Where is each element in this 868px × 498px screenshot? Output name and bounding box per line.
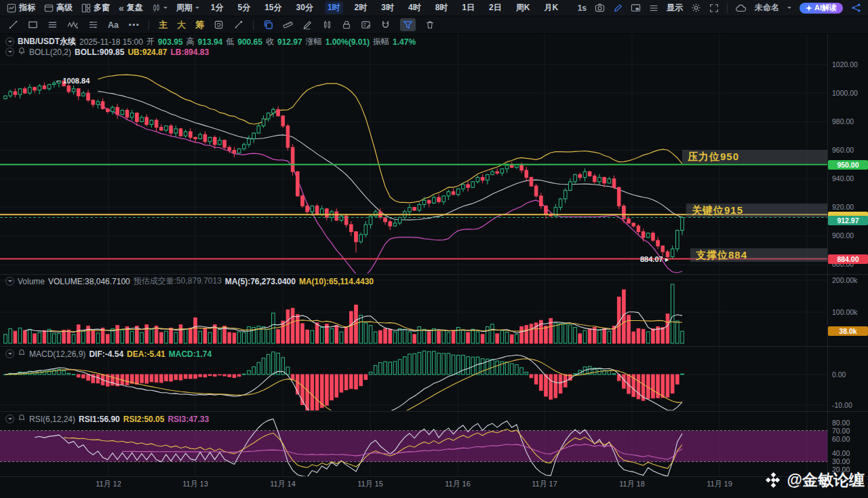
rectangle-tool-icon[interactable] [28,20,38,30]
collapse-chevron-icon[interactable] [5,349,14,358]
edit-pencil-icon[interactable] [613,3,623,13]
rsi3-value: RSI3:47.33 [167,415,209,424]
resistance-axis-badge: 950.00 [828,160,868,170]
svg-text:940.00: 940.00 [832,174,854,183]
template-form-tool-icon[interactable] [361,20,371,30]
ai-analysis-button[interactable]: AI解读 [800,3,843,14]
advanced-button[interactable]: 高级 [44,2,73,14]
multi-window-icon [81,3,91,13]
indicators-button[interactable]: 指标 [7,2,35,14]
replay-button[interactable]: « 复盘 [119,2,143,14]
parallel-lines-tool-icon[interactable] [47,20,58,30]
boll-lower-value: LB:894.83 [170,47,209,57]
watermark-text: @金敏论缠 [787,470,865,491]
gear-settings-icon[interactable] [691,3,701,13]
flip-chart-tool-icon[interactable] [214,20,224,30]
svg-text:11月 19: 11月 19 [707,480,732,488]
svg-text:1000.00: 1000.00 [832,89,858,97]
svg-text:100.00k: 100.00k [832,308,858,316]
period-dropdown[interactable]: 周期 [176,2,199,14]
timeframe-1d[interactable]: 1日 [459,1,477,14]
last-price-axis-badge: 912.97 [828,216,868,225]
change-value: 1.00%(9.01) [326,37,370,47]
more-tools-icon[interactable]: ⋯ [128,18,139,31]
alert-bell-icon[interactable] [18,349,26,359]
low-value: 900.65 [237,37,262,47]
share-icon[interactable] [851,3,861,13]
resolution-label[interactable]: 1s [578,3,587,13]
macd-name: MACD(12,26,9) [29,349,85,359]
amplitude-label: 振幅 [373,36,389,47]
delete-trash-icon[interactable] [425,20,435,30]
ai-analysis-label: AI解读 [814,3,837,13]
rsi2-value: RSI2:50.05 [123,415,165,424]
wave-tool-icon[interactable] [67,20,79,30]
macd-dea-value: DEA:-5.41 [127,349,165,359]
trendline-tool-icon[interactable] [8,20,18,30]
macd-header: MACD(12,26,9) DIF:-4.54 DEA:-5.41 MACD:1… [5,349,212,359]
lock-tool-icon[interactable] [342,20,351,30]
collapse-chevron-icon[interactable] [5,47,14,56]
brush-tool-icon[interactable] [233,20,243,30]
svg-text:0.00: 0.00 [832,370,846,379]
large-view-toggle[interactable]: 大 [177,19,186,31]
display-button[interactable]: 显示 [667,2,683,14]
ruler-tool-icon[interactable] [283,20,293,30]
text-tool[interactable]: Aa [108,20,119,30]
svg-text:40.00: 40.00 [832,449,850,457]
svg-text:11月 15: 11月 15 [357,480,383,488]
layout-name-label[interactable]: 未命名 [755,2,779,14]
copy-tool-icon[interactable] [263,20,273,30]
screenshot-camera-icon[interactable] [595,3,605,13]
timeframe-3h[interactable]: 3时 [378,1,397,14]
open-label: 开 [146,36,155,47]
timeframe-2d[interactable]: 2日 [486,1,505,14]
filter-tool-icon-active[interactable] [400,18,416,31]
timeframe-5m[interactable]: 5分 [235,1,253,14]
timeframe-8h[interactable]: 8时 [433,1,451,14]
collapse-chevron-icon[interactable] [5,37,14,46]
support-annotation: 支撑位884 [690,248,827,262]
chart-style-dropdown[interactable] [152,3,167,12]
key-level-annotation: 关键位915 [686,204,827,217]
timeframe-1w[interactable]: 周K [513,1,533,14]
watermark: @金敏论缠 [764,470,865,491]
collapse-chevron-icon[interactable] [5,415,14,423]
collapse-chevron-icon[interactable] [5,277,14,286]
fib-retracement-tool-icon[interactable] [88,20,98,30]
compare-candles-tool-icon[interactable] [322,20,332,30]
advanced-label: 高级 [56,2,73,14]
indicators-label: 指标 [19,2,35,14]
key-level-label: 关键位915 [692,204,743,217]
boll-mid-value: BOLL:909.85 [75,47,124,57]
alert-bell-icon[interactable] [18,47,26,57]
fullscreen-expand-icon[interactable] [709,3,719,13]
timeframe-4h[interactable]: 4时 [406,1,424,14]
svg-text:920.00: 920.00 [832,203,854,211]
chevron-down-icon [195,7,199,11]
symbol-name[interactable]: BNB/USDT永续 [18,36,76,47]
svg-text:980.00: 980.00 [832,117,854,126]
multi-window-button[interactable]: 多窗 [81,2,110,14]
timeframe-1M[interactable]: 月K [541,1,561,14]
timeframe-30m[interactable]: 30分 [294,1,316,14]
chip-distribution-toggle[interactable]: 筹 [195,19,204,31]
rsi-header: RSI(6,12,24) RSI1:56.90 RSI2:50.05 RSI3:… [5,414,209,424]
timeframe-1m[interactable]: 1分 [208,1,226,14]
magnet-tool-icon[interactable] [380,20,391,30]
cloud-save-icon[interactable] [736,3,747,13]
timeframe-2h[interactable]: 2时 [352,1,370,14]
timeframe-1h-active[interactable]: 1时 [325,1,343,14]
resistance-label: 压力位950 [688,151,739,164]
main-chart-toggle[interactable]: 主 [159,19,167,31]
rsi1-value: RSI1:56.90 [79,415,120,424]
boll-name: BOLL(20,2) [29,47,71,57]
volume-ma10-value: MA(10):65,114.4430 [299,277,374,286]
swing-high-pricetag: ⌐ 1008.84 [56,77,90,85]
list-rows-icon[interactable] [649,3,658,13]
pencil-draw-tool-icon[interactable] [302,20,313,30]
pip-window-icon[interactable] [631,3,641,13]
macd-dif-value: DIF:-4.54 [89,349,123,359]
alert-bell-icon[interactable] [18,414,26,424]
timeframe-15m[interactable]: 15分 [262,1,284,14]
